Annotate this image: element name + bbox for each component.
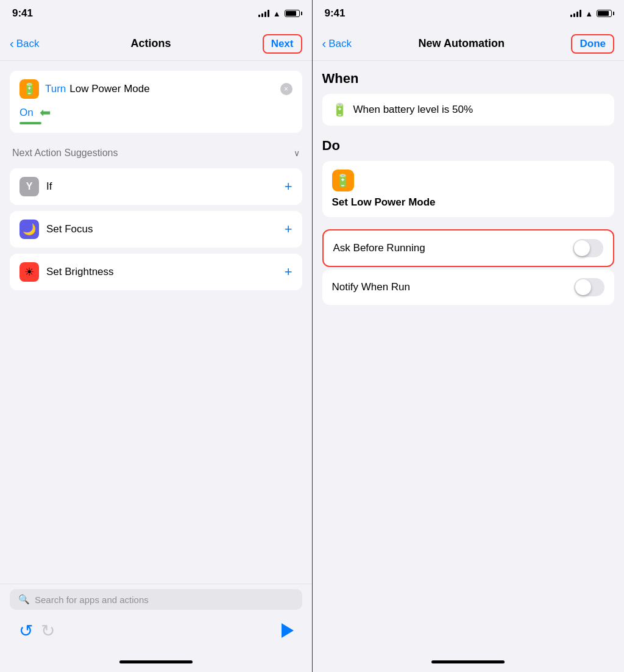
notify-when-run-container: Notify When Run	[322, 270, 615, 305]
next-actions-header[interactable]: Next Action Suggestions ∨	[10, 143, 302, 163]
add-if-button[interactable]: +	[285, 179, 292, 195]
arrow-indicator: ⬅	[40, 105, 51, 121]
next-button[interactable]: Next	[263, 34, 302, 54]
do-label: Do	[322, 138, 615, 154]
set-brightness-label: Set Brightness	[46, 266, 114, 278]
signal-icon-right	[570, 10, 581, 17]
home-bar-right	[431, 660, 505, 663]
chevron-down-icon: ∨	[294, 148, 300, 158]
brightness-icon: ☀	[20, 262, 39, 282]
undo-icon: ↺	[19, 621, 33, 641]
status-time-left: 9:41	[12, 7, 33, 20]
nav-title-right: New Automation	[419, 37, 505, 50]
back-button-right[interactable]: ‹ Back	[322, 37, 352, 51]
ask-before-running-row: Ask Before Running	[324, 231, 614, 266]
undo-button[interactable]: ↺	[15, 620, 37, 642]
suggestion-item-if: Y If +	[10, 168, 302, 205]
if-label: If	[46, 181, 52, 193]
play-button[interactable]	[275, 620, 297, 642]
if-icon: Y	[20, 177, 39, 196]
ask-before-running-container: Ask Before Running	[322, 229, 615, 267]
nav-title-left: Actions	[131, 37, 171, 50]
when-section: When 🔋 When battery level is 50%	[322, 71, 615, 126]
right-phone-screen: 9:41 ▲ ‹ Back New Automation Done When	[313, 0, 625, 672]
status-icons-right: ▲	[570, 9, 612, 18]
home-indicator-left	[0, 651, 312, 672]
play-icon	[282, 623, 294, 638]
content-left: 🔋 Turn Low Power Mode × On ⬅ Next Action…	[0, 61, 312, 584]
search-input[interactable]: Search for apps and actions	[35, 595, 149, 605]
redo-button[interactable]: ↻	[37, 620, 58, 642]
wifi-icon-left: ▲	[273, 9, 281, 18]
ask-before-running-toggle[interactable]	[573, 239, 603, 257]
status-bar-left: 9:41 ▲	[0, 0, 312, 27]
turn-label: Turn	[45, 83, 66, 95]
back-button-left[interactable]: ‹ Back	[10, 37, 39, 51]
home-indicator-right	[313, 651, 625, 672]
notify-when-run-row: Notify When Run	[322, 270, 615, 305]
home-bar-left	[119, 660, 193, 663]
left-phone-screen: 9:41 ▲ ‹ Back Actions Next 🔋	[0, 0, 312, 672]
nav-bar-left: ‹ Back Actions Next	[0, 27, 312, 61]
redo-icon: ↻	[41, 621, 55, 641]
low-power-icon: 🔋	[20, 79, 39, 99]
battery-icon-left	[285, 10, 300, 17]
wifi-icon-right: ▲	[585, 9, 593, 18]
add-brightness-button[interactable]: +	[285, 264, 292, 280]
status-icons-left: ▲	[258, 9, 300, 18]
action-card: 🔋 Turn Low Power Mode × On ⬅	[10, 71, 302, 133]
focus-icon: 🌙	[20, 220, 39, 239]
status-time-right: 9:41	[325, 7, 346, 20]
nav-bar-right: ‹ Back New Automation Done	[313, 27, 625, 61]
search-icon: 🔍	[18, 594, 30, 605]
close-action-button[interactable]: ×	[280, 83, 292, 95]
signal-icon-left	[258, 10, 269, 17]
search-bar-container: 🔍 Search for apps and actions	[0, 584, 312, 615]
mode-label: Low Power Mode	[69, 83, 149, 95]
battery-level-icon: 🔋	[332, 102, 347, 117]
on-underline	[20, 122, 41, 124]
back-chevron-right: ‹	[322, 37, 327, 51]
when-label: When	[322, 71, 615, 87]
next-actions-title: Next Action Suggestions	[12, 148, 118, 159]
suggestion-item-focus: 🌙 Set Focus +	[10, 211, 302, 248]
battery-condition-card: 🔋 When battery level is 50%	[322, 94, 615, 126]
content-right: When 🔋 When battery level is 50% Do 🔋 Se…	[313, 61, 625, 651]
do-section: Do 🔋 Set Low Power Mode	[322, 138, 615, 217]
notify-when-run-label: Notify When Run	[332, 281, 411, 293]
on-badge[interactable]: On	[20, 107, 34, 119]
suggestion-item-brightness: ☀ Set Brightness +	[10, 254, 302, 290]
do-action-card: 🔋 Set Low Power Mode	[322, 161, 615, 217]
add-focus-button[interactable]: +	[285, 221, 292, 237]
status-bar-right: 9:41 ▲	[313, 0, 625, 27]
battery-icon-right	[597, 10, 612, 17]
do-action-label: Set Low Power Mode	[332, 196, 605, 209]
notify-when-run-toggle[interactable]	[574, 278, 604, 296]
set-focus-label: Set Focus	[46, 223, 93, 235]
do-action-icon: 🔋	[332, 170, 354, 191]
battery-condition-text: When battery level is 50%	[353, 104, 473, 116]
back-chevron-left: ‹	[10, 37, 14, 51]
bottom-toolbar-left: ↺ ↻	[0, 615, 312, 651]
search-bar: 🔍 Search for apps and actions	[10, 589, 302, 610]
ask-before-running-label: Ask Before Running	[333, 242, 425, 254]
done-button[interactable]: Done	[571, 34, 614, 54]
